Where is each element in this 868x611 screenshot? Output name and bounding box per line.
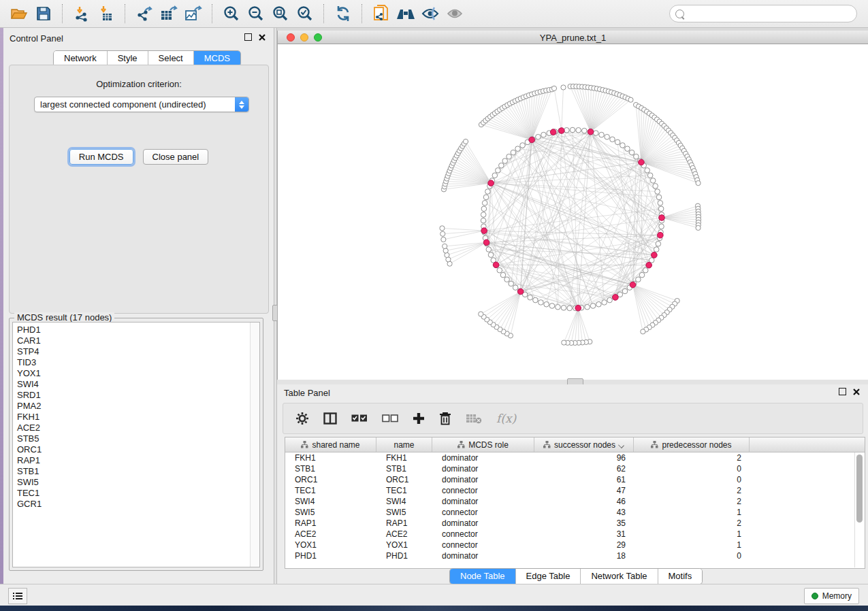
export-image-button[interactable]	[181, 3, 206, 24]
mcds-result-item[interactable]: PHD1	[13, 323, 259, 335]
select-all-rows-icon[interactable]	[351, 414, 368, 423]
delete-column-icon[interactable]	[439, 412, 451, 425]
export-network-icon	[136, 5, 152, 22]
mcds-result-item[interactable]: CAR1	[13, 335, 259, 346]
mcds-result-item[interactable]: PMA2	[13, 401, 259, 412]
cell-role: dominator	[432, 453, 534, 463]
network-column-icon	[301, 441, 308, 448]
mcds-list-scrollbar[interactable]	[250, 323, 259, 567]
table-row-ORC1[interactable]: ORC1ORC1dominator610	[285, 474, 865, 485]
network-window-titlebar[interactable]: YPA_prune.txt_1	[277, 31, 868, 44]
tab-select[interactable]: Select	[148, 51, 194, 66]
import-table-button[interactable]	[94, 3, 118, 24]
control-panel-title: Control Panel	[10, 33, 63, 44]
memory-button[interactable]: Memory	[804, 588, 859, 604]
table-row-FKH1[interactable]: FKH1FKH1dominator962	[285, 452, 865, 463]
mcds-result-item[interactable]: GCR1	[13, 499, 259, 510]
deselect-all-rows-icon[interactable]	[382, 414, 398, 423]
show-columns-icon[interactable]	[323, 412, 337, 425]
tab-mcds[interactable]: MCDS	[194, 51, 240, 66]
table-row-TEC1[interactable]: TEC1TEC1connector472	[285, 485, 865, 496]
mcds-result-item[interactable]: ACE2	[13, 423, 259, 433]
mcds-result-item[interactable]: SWI5	[13, 477, 259, 488]
mcds-result-item[interactable]: FKH1	[13, 412, 259, 423]
cell-succ: 62	[534, 464, 634, 474]
mcds-result-item[interactable]: YOX1	[13, 368, 259, 379]
save-floppy-icon	[35, 5, 52, 22]
refresh-button[interactable]	[331, 3, 355, 24]
export-network-button[interactable]	[132, 3, 157, 24]
close-panel-icon[interactable]	[259, 34, 266, 41]
float-panel-icon[interactable]	[839, 388, 846, 395]
column-header-MCDS-role[interactable]: MCDS role	[432, 437, 534, 452]
network-graph[interactable]	[278, 44, 868, 380]
zoom-in-icon	[223, 5, 240, 22]
table-panel: Table Panel	[277, 384, 868, 584]
column-header-name[interactable]: name	[376, 437, 432, 452]
zoom-in-button[interactable]	[219, 3, 244, 24]
tab-motifs[interactable]: Motifs	[658, 569, 703, 584]
open-file-button[interactable]	[7, 3, 31, 24]
mcds-result-list[interactable]: PHD1CAR1STP4TID3YOX1SWI4SRD1PMA2FKH1ACE2…	[12, 322, 260, 567]
search-input[interactable]	[688, 8, 856, 20]
cell-succ: 47	[534, 486, 634, 495]
export-table-icon	[160, 5, 178, 22]
mcds-result-item[interactable]: RAP1	[13, 455, 259, 466]
column-header-successor-nodes[interactable]: successor nodes	[534, 437, 634, 452]
run-mcds-button[interactable]: Run MCDS	[69, 149, 133, 165]
cell-pred: 0	[634, 464, 750, 474]
import-table-icon	[98, 5, 114, 22]
zoom-selected-button[interactable]	[293, 3, 317, 24]
mcds-result-item[interactable]: STB5	[13, 433, 259, 444]
table-row-ACE2[interactable]: ACE2ACE2connector311	[285, 529, 865, 540]
table-scrollbar[interactable]	[854, 452, 864, 567]
main-toolbar	[0, 0, 868, 28]
scrollbar-thumb[interactable]	[856, 455, 863, 523]
cell-role: dominator	[432, 464, 534, 474]
search-neighbors-button[interactable]	[393, 3, 418, 24]
show-hidden-button[interactable]	[443, 3, 467, 24]
cell-role: dominator	[432, 551, 534, 561]
zoom-fit-button[interactable]	[268, 3, 293, 24]
cell-succ: 31	[534, 529, 634, 539]
table-row-STB1[interactable]: STB1STB1dominator620	[285, 463, 865, 474]
column-header-predecessor-nodes[interactable]: predecessor nodes	[634, 437, 750, 452]
add-column-icon[interactable]	[413, 412, 425, 425]
horizontal-splitter[interactable]	[277, 380, 868, 384]
column-header-shared-name[interactable]: shared name	[285, 437, 376, 452]
tab-network-table[interactable]: Network Table	[581, 569, 658, 584]
import-network-button[interactable]	[69, 3, 94, 24]
close-panel-icon[interactable]	[853, 389, 860, 395]
column-header-label: shared name	[312, 440, 359, 450]
table-row-PHD1[interactable]: PHD1PHD1dominator180	[285, 550, 865, 561]
table-options-gear-icon[interactable]	[295, 412, 309, 425]
mcds-result-item[interactable]: SRD1	[13, 390, 259, 401]
mcds-result-item[interactable]: SWI4	[13, 379, 259, 390]
hide-selected-button[interactable]	[418, 3, 443, 24]
optimization-criterion-select[interactable]: largest connected component (undirected)	[34, 97, 249, 112]
mcds-result-item[interactable]: ORC1	[13, 444, 259, 455]
close-panel-button[interactable]: Close panel	[143, 149, 209, 165]
mcds-result-item[interactable]: TEC1	[13, 488, 259, 499]
table-row-SWI5[interactable]: SWI5SWI5connector431	[285, 507, 865, 518]
table-row-YOX1[interactable]: YOX1YOX1connector291	[285, 540, 865, 550]
mcds-result-item[interactable]: STB1	[13, 466, 259, 477]
tab-network[interactable]: Network	[54, 51, 108, 66]
tab-edge-table[interactable]: Edge Table	[516, 569, 581, 584]
table-row-SWI4[interactable]: SWI4SWI4dominator462	[285, 496, 865, 507]
tab-style[interactable]: Style	[108, 51, 148, 66]
tab-node-table[interactable]: Node Table	[450, 569, 516, 584]
mcds-result-item[interactable]: STP4	[13, 346, 259, 357]
save-session-button[interactable]	[31, 3, 56, 24]
cell-shared: ACE2	[285, 529, 376, 539]
share-network-document-button[interactable]	[369, 3, 393, 24]
float-panel-icon[interactable]	[244, 33, 252, 41]
global-search-box[interactable]	[669, 5, 857, 22]
table-row-RAP1[interactable]: RAP1RAP1dominator352	[285, 518, 865, 529]
export-table-button[interactable]	[157, 3, 181, 24]
show-panels-button[interactable]	[8, 588, 27, 604]
cell-succ: 35	[534, 518, 634, 528]
mcds-result-item[interactable]: TID3	[13, 357, 259, 368]
cell-shared: RAP1	[285, 518, 376, 528]
zoom-out-button[interactable]	[244, 3, 268, 24]
